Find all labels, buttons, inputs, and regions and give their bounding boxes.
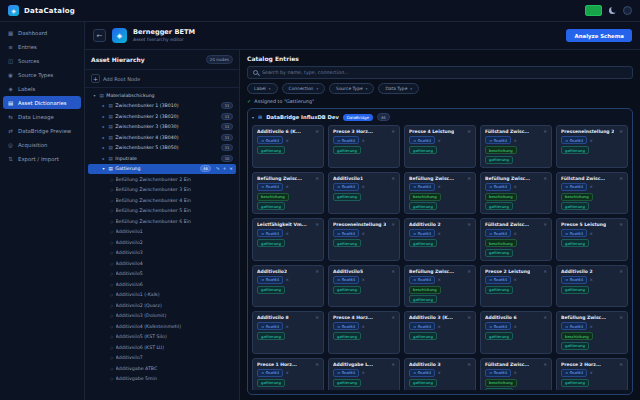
sidebar-item[interactable]: ◉ Source Types xyxy=(3,68,81,81)
catalog-entry-card[interactable]: Additivsilo 3 (K... × ≈ float64 × xyxy=(404,311,476,354)
remove-datatype-icon[interactable]: × xyxy=(514,324,517,329)
tree-node[interactable]: ▸ ▤ Zwischenbunker 3 (3B030) 11 xyxy=(88,122,236,133)
remove-entry-icon[interactable]: × xyxy=(543,269,547,274)
catalog-entry-card[interactable]: Presse 4 Leistung × ≈ float64 × xyxy=(404,125,476,168)
remove-entry-icon[interactable]: × xyxy=(543,129,547,134)
tree-node[interactable]: ◇ Additivgabe 5min xyxy=(88,374,236,385)
remove-datatype-icon[interactable]: × xyxy=(514,277,517,282)
remove-datatype-icon[interactable]: × xyxy=(362,370,365,375)
tree-node[interactable]: ◇ Additivsilo1 (-Kalk) xyxy=(88,290,236,301)
sidebar-item[interactable]: ◎ Acquisition xyxy=(3,138,81,151)
remove-entry-icon[interactable]: × xyxy=(543,315,547,320)
user-avatar[interactable] xyxy=(623,6,632,15)
back-button[interactable]: ← xyxy=(93,29,106,42)
delete-node-icon[interactable]: × xyxy=(229,166,233,171)
remove-entry-icon[interactable]: × xyxy=(391,176,395,181)
catalog-entry-card[interactable]: Füllstand Zwisc... × ≈ float64 × xyxy=(480,358,552,391)
connection-group-header[interactable]: ▾ ⊞ DataBridge InfluxDB Dev DataBridge 4… xyxy=(252,113,628,121)
chevron-icon[interactable]: ▸ xyxy=(101,114,106,119)
edit-node-icon[interactable]: ✎ xyxy=(216,166,220,171)
tree-node[interactable]: ◇ Befüllung Zwischenbunker 6 Ein xyxy=(88,216,236,227)
remove-entry-icon[interactable]: × xyxy=(543,222,547,227)
remove-entry-icon[interactable]: × xyxy=(391,129,395,134)
catalog-entry-card[interactable]: Befüllung Zwisc... × ≈ float64 × xyxy=(556,311,628,354)
catalog-entry-card[interactable]: Additivsilo 2 × ≈ float64 × xyxy=(556,265,628,308)
catalog-entry-card[interactable]: Presse 1 Horz... × ≈ float64 × xyxy=(252,358,324,391)
sidebar-item[interactable]: ◫ Sources xyxy=(3,54,81,67)
remove-entry-icon[interactable]: × xyxy=(315,362,319,367)
tree-node[interactable]: ▾ ▤ Materialabschickung xyxy=(88,90,236,101)
remove-entry-icon[interactable]: × xyxy=(467,176,471,181)
remove-datatype-icon[interactable]: × xyxy=(438,277,441,282)
search-input[interactable] xyxy=(262,70,627,75)
remove-datatype-icon[interactable]: × xyxy=(514,231,517,236)
remove-entry-icon[interactable]: × xyxy=(467,269,471,274)
remove-entry-icon[interactable]: × xyxy=(391,362,395,367)
catalog-entry-card[interactable]: Additivsilo 6 × ≈ float64 × xyxy=(480,311,552,354)
tree-node[interactable]: ▸ ▤ Zwischenbunker 1 (3B010) 11 xyxy=(88,101,236,112)
catalog-entry-card[interactable]: Füllstand Zwisc... × ≈ float64 × xyxy=(480,125,552,168)
catalog-entry-card[interactable]: Presseneinstellung 2 × ≈ float64 × xyxy=(556,125,628,168)
chevron-icon[interactable]: ▸ xyxy=(101,145,106,150)
chevron-icon[interactable]: ▸ xyxy=(101,103,106,108)
tree-node[interactable]: ◇ Additivsilo5 xyxy=(88,269,236,280)
tree-node[interactable]: ◇ Additivsilo7 xyxy=(88,353,236,364)
remove-datatype-icon[interactable]: × xyxy=(362,324,365,329)
catalog-entry-card[interactable]: Additivsilo 6 (K... × ≈ float64 × xyxy=(252,125,324,168)
catalog-entry-card[interactable]: Additivsilo1 × ≈ float64 × xyxy=(328,172,400,215)
remove-entry-icon[interactable]: × xyxy=(315,269,319,274)
sidebar-item[interactable]: ⇆ Data Lineage xyxy=(3,110,81,123)
remove-datatype-icon[interactable]: × xyxy=(362,231,365,236)
tree-node[interactable]: ◇ Additivsilo6 xyxy=(88,279,236,290)
remove-datatype-icon[interactable]: × xyxy=(286,231,289,236)
catalog-entry-card[interactable]: Additivgabe L... × ≈ float64 × xyxy=(328,358,400,391)
catalog-entry-card[interactable]: Presseneinstellung 3 × ≈ float64 × xyxy=(328,218,400,261)
catalog-entry-card[interactable]: Additivsilo5 × ≈ float64 × xyxy=(328,265,400,308)
tree-node[interactable]: ▸ ▤ Zwischenbunker 2 (3B020) 11 xyxy=(88,111,236,122)
remove-entry-icon[interactable]: × xyxy=(543,362,547,367)
sidebar-item[interactable]: ◈ Labels xyxy=(3,82,81,95)
remove-entry-icon[interactable]: × xyxy=(619,222,623,227)
tree-node[interactable]: ◇ Befüllung Zwischenbunker 5 Ein xyxy=(88,206,236,217)
remove-entry-icon[interactable]: × xyxy=(391,269,395,274)
catalog-entry-card[interactable]: Additivsilo2 × ≈ float64 × xyxy=(252,265,324,308)
remove-datatype-icon[interactable]: × xyxy=(286,324,289,329)
chevron-icon[interactable]: ▸ xyxy=(101,156,106,161)
catalog-entry-card[interactable]: Füllstand Zwisc... × ≈ float64 × xyxy=(480,218,552,261)
sidebar-item[interactable]: ▦ Dashboard xyxy=(3,26,81,39)
remove-entry-icon[interactable]: × xyxy=(619,176,623,181)
sidebar-item[interactable]: ⇄ DataBridge Preview xyxy=(3,124,81,137)
remove-entry-icon[interactable]: × xyxy=(391,222,395,227)
remove-entry-icon[interactable]: × xyxy=(543,176,547,181)
tree-node[interactable]: ▾ ▤ Gattierung 46 ✎ + × xyxy=(88,164,236,175)
catalog-entry-card[interactable]: Befüllung Zwisc... × ≈ float64 × xyxy=(404,172,476,215)
remove-datatype-icon[interactable]: × xyxy=(438,370,441,375)
catalog-entry-card[interactable]: Presse 2 Horz... × ≈ float64 × xyxy=(556,358,628,391)
add-child-node-icon[interactable]: + xyxy=(223,166,227,171)
remove-datatype-icon[interactable]: × xyxy=(590,184,593,189)
catalog-entry-card[interactable]: Additivsilo 3 × ≈ float64 × xyxy=(404,358,476,391)
add-root-node-button[interactable]: + Add Root Node xyxy=(85,70,239,88)
remove-entry-icon[interactable]: × xyxy=(315,129,319,134)
tree-node[interactable]: ◇ Additivsilo1 xyxy=(88,227,236,238)
catalog-entry-card[interactable]: Additivsilo 8 × ≈ float64 × xyxy=(252,311,324,354)
chevron-icon[interactable]: ▾ xyxy=(92,93,97,98)
theme-toggle-moon-icon[interactable] xyxy=(609,7,616,14)
catalog-entry-card[interactable]: Additivsilo 2 × ≈ float64 × xyxy=(404,218,476,261)
catalog-entry-card[interactable]: Befüllung Zwisc... × ≈ float64 × xyxy=(252,172,324,215)
tree-node[interactable]: ◇ Additivsilo2 (Quarz) xyxy=(88,300,236,311)
tree-node[interactable]: ◇ Additivsilo4 (Kalksteinmehl) xyxy=(88,321,236,332)
remove-entry-icon[interactable]: × xyxy=(619,362,623,367)
remove-datatype-icon[interactable]: × xyxy=(286,277,289,282)
remove-entry-icon[interactable]: × xyxy=(467,222,471,227)
filter-chip[interactable]: Data Type ▾ xyxy=(378,83,419,94)
remove-datatype-icon[interactable]: × xyxy=(438,184,441,189)
tree-node[interactable]: ◇ Additivsilo3 (Dolomit) xyxy=(88,311,236,322)
search-bar[interactable] xyxy=(247,66,633,79)
remove-entry-icon[interactable]: × xyxy=(467,362,471,367)
remove-entry-icon[interactable]: × xyxy=(315,222,319,227)
remove-datatype-icon[interactable]: × xyxy=(590,138,593,143)
tree-node[interactable]: ◇ Additivsilo5 (KST Silo) xyxy=(88,332,236,343)
analyze-schema-button[interactable]: Analyze Schema xyxy=(566,29,632,42)
filter-chip[interactable]: Label ▾ xyxy=(247,83,278,94)
